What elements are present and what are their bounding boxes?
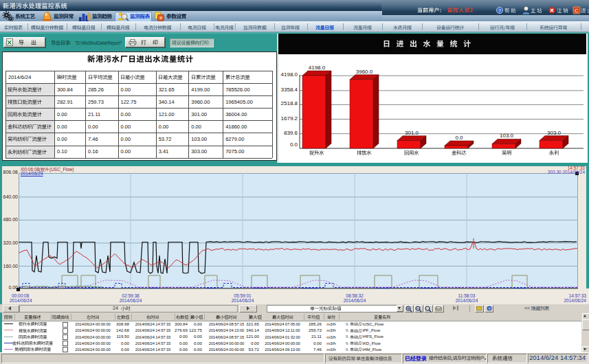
svg-text:C: C [575,8,579,14]
svg-text:?: ? [498,8,501,13]
